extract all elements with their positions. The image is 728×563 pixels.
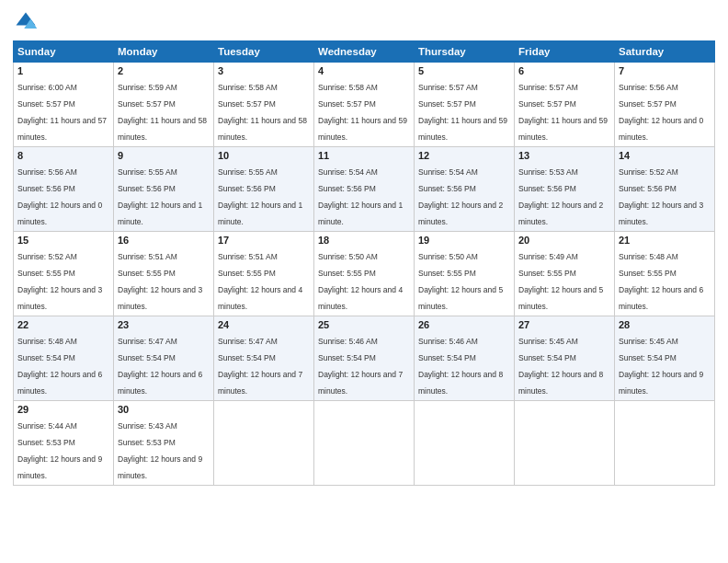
- header-thursday: Thursday: [415, 41, 515, 63]
- day-number: 27: [518, 319, 610, 330]
- table-row: 13Sunrise: 5:53 AMSunset: 5:56 PMDayligh…: [515, 147, 615, 232]
- day-info: Sunrise: 5:46 AMSunset: 5:54 PMDaylight:…: [418, 337, 503, 396]
- table-row: [415, 401, 515, 486]
- header-monday: Monday: [114, 41, 214, 63]
- day-number: 29: [17, 404, 109, 415]
- table-row: 18Sunrise: 5:50 AMSunset: 5:55 PMDayligh…: [314, 232, 415, 316]
- day-number: 13: [518, 150, 610, 161]
- day-number: 3: [218, 65, 310, 76]
- day-number: 4: [318, 65, 410, 76]
- table-row: 5Sunrise: 5:57 AMSunset: 5:57 PMDaylight…: [415, 63, 515, 147]
- day-number: 9: [118, 150, 210, 161]
- day-number: 21: [619, 235, 711, 246]
- table-row: [515, 401, 615, 486]
- header-wednesday: Wednesday: [314, 41, 415, 63]
- logo-icon: [13, 9, 39, 35]
- day-number: 17: [218, 235, 310, 246]
- table-row: 6Sunrise: 5:57 AMSunset: 5:57 PMDaylight…: [515, 63, 615, 147]
- table-row: [214, 401, 314, 486]
- table-row: 1Sunrise: 6:00 AMSunset: 5:57 PMDaylight…: [14, 63, 114, 147]
- day-number: 28: [619, 319, 711, 330]
- day-info: Sunrise: 5:55 AMSunset: 5:56 PMDaylight:…: [118, 167, 202, 226]
- day-info: Sunrise: 5:49 AMSunset: 5:55 PMDaylight:…: [518, 252, 603, 311]
- table-row: 14Sunrise: 5:52 AMSunset: 5:56 PMDayligh…: [615, 147, 715, 232]
- day-info: Sunrise: 5:54 AMSunset: 5:56 PMDaylight:…: [418, 167, 503, 226]
- table-row: 28Sunrise: 5:45 AMSunset: 5:54 PMDayligh…: [615, 316, 715, 401]
- table-row: 12Sunrise: 5:54 AMSunset: 5:56 PMDayligh…: [415, 147, 515, 232]
- day-number: 19: [418, 235, 510, 246]
- calendar-table: Sunday Monday Tuesday Wednesday Thursday…: [13, 40, 715, 486]
- day-number: 30: [118, 404, 210, 415]
- header-friday: Friday: [515, 41, 615, 63]
- day-info: Sunrise: 5:52 AMSunset: 5:56 PMDaylight:…: [619, 167, 703, 226]
- day-info: Sunrise: 5:44 AMSunset: 5:53 PMDaylight:…: [17, 421, 102, 480]
- table-row: 11Sunrise: 5:54 AMSunset: 5:56 PMDayligh…: [314, 147, 415, 232]
- table-row: 3Sunrise: 5:58 AMSunset: 5:57 PMDaylight…: [214, 63, 314, 147]
- day-info: Sunrise: 5:50 AMSunset: 5:55 PMDaylight:…: [318, 252, 403, 311]
- day-info: Sunrise: 5:47 AMSunset: 5:54 PMDaylight:…: [118, 337, 202, 396]
- day-info: Sunrise: 5:57 AMSunset: 5:57 PMDaylight:…: [518, 83, 608, 142]
- day-number: 5: [418, 65, 510, 76]
- day-info: Sunrise: 6:00 AMSunset: 5:57 PMDaylight:…: [17, 83, 107, 142]
- table-row: 15Sunrise: 5:52 AMSunset: 5:55 PMDayligh…: [14, 232, 114, 316]
- table-row: 22Sunrise: 5:48 AMSunset: 5:54 PMDayligh…: [14, 316, 114, 401]
- day-number: 2: [118, 65, 210, 76]
- table-row: [615, 401, 715, 486]
- day-number: 20: [518, 235, 610, 246]
- day-number: 25: [318, 319, 410, 330]
- day-info: Sunrise: 5:53 AMSunset: 5:56 PMDaylight:…: [518, 167, 603, 226]
- table-row: 10Sunrise: 5:55 AMSunset: 5:56 PMDayligh…: [214, 147, 314, 232]
- table-row: 25Sunrise: 5:46 AMSunset: 5:54 PMDayligh…: [314, 316, 415, 401]
- table-row: 21Sunrise: 5:48 AMSunset: 5:55 PMDayligh…: [615, 232, 715, 316]
- table-row: [314, 401, 415, 486]
- table-row: 27Sunrise: 5:45 AMSunset: 5:54 PMDayligh…: [515, 316, 615, 401]
- logo: [13, 9, 40, 35]
- day-number: 12: [418, 150, 510, 161]
- day-number: 8: [17, 150, 109, 161]
- day-info: Sunrise: 5:58 AMSunset: 5:57 PMDaylight:…: [218, 83, 307, 142]
- day-info: Sunrise: 5:51 AMSunset: 5:55 PMDaylight:…: [118, 252, 202, 311]
- page: Sunday Monday Tuesday Wednesday Thursday…: [0, 0, 728, 563]
- header-saturday: Saturday: [615, 41, 715, 63]
- table-row: 23Sunrise: 5:47 AMSunset: 5:54 PMDayligh…: [114, 316, 214, 401]
- table-row: 29Sunrise: 5:44 AMSunset: 5:53 PMDayligh…: [14, 401, 114, 486]
- day-number: 18: [318, 235, 410, 246]
- day-info: Sunrise: 5:46 AMSunset: 5:54 PMDaylight:…: [318, 337, 403, 396]
- table-row: 16Sunrise: 5:51 AMSunset: 5:55 PMDayligh…: [114, 232, 214, 316]
- day-info: Sunrise: 5:59 AMSunset: 5:57 PMDaylight:…: [118, 83, 207, 142]
- day-number: 26: [418, 319, 510, 330]
- day-number: 6: [518, 65, 610, 76]
- table-row: 24Sunrise: 5:47 AMSunset: 5:54 PMDayligh…: [214, 316, 314, 401]
- day-number: 15: [17, 235, 109, 246]
- day-info: Sunrise: 5:45 AMSunset: 5:54 PMDaylight:…: [619, 337, 703, 396]
- day-info: Sunrise: 5:58 AMSunset: 5:57 PMDaylight:…: [318, 83, 407, 142]
- table-row: 30Sunrise: 5:43 AMSunset: 5:53 PMDayligh…: [114, 401, 214, 486]
- day-number: 22: [17, 319, 109, 330]
- table-row: 4Sunrise: 5:58 AMSunset: 5:57 PMDaylight…: [314, 63, 415, 147]
- day-info: Sunrise: 5:43 AMSunset: 5:53 PMDaylight:…: [118, 421, 202, 480]
- day-info: Sunrise: 5:54 AMSunset: 5:56 PMDaylight:…: [318, 167, 403, 226]
- table-row: 8Sunrise: 5:56 AMSunset: 5:56 PMDaylight…: [14, 147, 114, 232]
- table-row: 17Sunrise: 5:51 AMSunset: 5:55 PMDayligh…: [214, 232, 314, 316]
- day-info: Sunrise: 5:48 AMSunset: 5:55 PMDaylight:…: [619, 252, 703, 311]
- header-sunday: Sunday: [14, 41, 114, 63]
- day-number: 14: [619, 150, 711, 161]
- day-info: Sunrise: 5:48 AMSunset: 5:54 PMDaylight:…: [17, 337, 102, 396]
- header-tuesday: Tuesday: [214, 41, 314, 63]
- table-row: 26Sunrise: 5:46 AMSunset: 5:54 PMDayligh…: [415, 316, 515, 401]
- day-number: 11: [318, 150, 410, 161]
- header: [13, 9, 715, 35]
- day-number: 7: [619, 65, 711, 76]
- day-number: 1: [17, 65, 109, 76]
- day-info: Sunrise: 5:51 AMSunset: 5:55 PMDaylight:…: [218, 252, 302, 311]
- day-number: 24: [218, 319, 310, 330]
- day-info: Sunrise: 5:47 AMSunset: 5:54 PMDaylight:…: [218, 337, 302, 396]
- day-number: 10: [218, 150, 310, 161]
- day-info: Sunrise: 5:55 AMSunset: 5:56 PMDaylight:…: [218, 167, 302, 226]
- table-row: 2Sunrise: 5:59 AMSunset: 5:57 PMDaylight…: [114, 63, 214, 147]
- day-info: Sunrise: 5:56 AMSunset: 5:56 PMDaylight:…: [17, 167, 102, 226]
- table-row: 7Sunrise: 5:56 AMSunset: 5:57 PMDaylight…: [615, 63, 715, 147]
- day-info: Sunrise: 5:45 AMSunset: 5:54 PMDaylight:…: [518, 337, 603, 396]
- weekday-header-row: Sunday Monday Tuesday Wednesday Thursday…: [14, 41, 715, 63]
- day-info: Sunrise: 5:52 AMSunset: 5:55 PMDaylight:…: [17, 252, 102, 311]
